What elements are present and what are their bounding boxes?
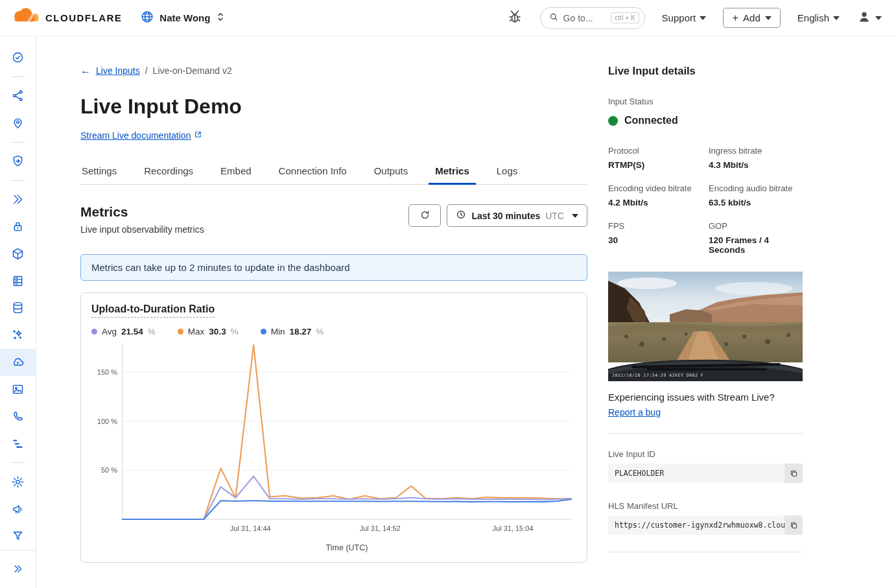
plus-icon: + xyxy=(732,12,738,23)
user-menu[interactable] xyxy=(856,9,882,27)
sidebar-item-database[interactable] xyxy=(0,294,36,322)
caret-down-icon xyxy=(875,16,882,20)
live-preview-thumbnail: 2021/10/20 17:54:29 AIKEY DR02 F xyxy=(608,272,803,381)
detail-ingress-bitrate: Ingress bitrate4.3 Mbit/s xyxy=(709,146,803,170)
tab-connection-info[interactable]: Connection Info xyxy=(277,160,348,184)
copy-icon xyxy=(789,521,799,530)
cloudflare-logo[interactable]: CLOUDFLARE xyxy=(9,6,122,30)
sidebar-item-calls-phone[interactable] xyxy=(0,403,36,430)
cloudflare-wordmark: CLOUDFLARE xyxy=(45,12,122,23)
detail-value: 63.5 kbit/s xyxy=(709,198,803,207)
megaphone-icon xyxy=(11,502,25,516)
language-menu[interactable]: English xyxy=(797,12,840,23)
lock-icon xyxy=(11,220,25,233)
svg-text:150 %: 150 % xyxy=(97,368,117,376)
sidebar-item-server[interactable] xyxy=(0,267,36,294)
udr-chart-svg: 50 %100 %150 %Jul 31, 14:44Jul 31, 14:52… xyxy=(91,336,576,556)
sidebar-item-stream-cloud-play[interactable] xyxy=(0,349,36,376)
tab-outputs[interactable]: Outputs xyxy=(373,160,410,184)
sidebar-item-lock[interactable] xyxy=(0,213,36,240)
metrics-heading: Metrics xyxy=(80,204,204,220)
stream-docs-link[interactable]: Stream Live documentation xyxy=(80,130,191,141)
refresh-button[interactable] xyxy=(408,204,441,227)
support-menu[interactable]: Support xyxy=(662,12,707,23)
breadcrumb-back-link[interactable]: Live Inputs xyxy=(96,65,140,76)
sidebar-item-shield-arrow[interactable] xyxy=(0,148,36,175)
divider xyxy=(608,433,803,434)
detail-value: 120 Frames / 4 Seconds xyxy=(709,235,803,255)
tab-recordings[interactable]: Recordings xyxy=(143,160,195,184)
detail-label: Encoding audio bitrate xyxy=(709,183,803,193)
legend-name: Min xyxy=(271,327,285,336)
globe-icon xyxy=(140,10,154,27)
sidebar-item-speed-chevrons[interactable] xyxy=(0,186,36,213)
clock-icon xyxy=(456,209,466,222)
svg-text:Time (UTC): Time (UTC) xyxy=(326,543,368,552)
breadcrumb-current: Live-on-Demand v2 xyxy=(153,65,232,76)
database-icon xyxy=(11,301,25,314)
ai-sparkles-icon xyxy=(11,328,25,342)
sidebar-divider xyxy=(11,462,25,463)
caret-down-icon xyxy=(700,16,706,20)
sidebar-item-megaphone[interactable] xyxy=(0,495,36,523)
legend-value: 21.54 xyxy=(121,327,143,336)
legend-unit: % xyxy=(148,327,156,336)
legend-item-min[interactable]: Min18.27% xyxy=(261,327,324,336)
search-shortcut-badge: ctrl + K xyxy=(611,12,639,23)
sidebar-collapse-button[interactable] xyxy=(0,559,36,578)
thumbnail-image xyxy=(608,272,803,381)
metrics-subheading: Live input observability metrics xyxy=(80,224,204,235)
detail-label: Ingress bitrate xyxy=(709,146,803,156)
time-zone-label: UTC xyxy=(545,211,564,221)
legend-value: 18.27 xyxy=(289,327,311,336)
legend-unit: % xyxy=(316,327,324,336)
search-icon xyxy=(548,12,559,25)
calls-phone-icon xyxy=(11,410,25,423)
hls-manifest-value: https://customer-igynxd2rwhmuoxw8.cloudf xyxy=(608,515,784,535)
chart-legend: Avg21.54%Max30.3%Min18.27% xyxy=(91,327,576,336)
detail-fps: FPS30 xyxy=(608,221,709,255)
sidebar-item-ai-sparkles[interactable] xyxy=(0,322,36,349)
chart-title: Upload-to-Duration Ratio xyxy=(91,303,215,318)
sidebar-item-cube[interactable] xyxy=(0,240,36,267)
legend-unit: % xyxy=(231,327,239,336)
time-range-label: Last 30 minutes xyxy=(471,211,540,221)
select-updown-icon xyxy=(215,11,226,25)
global-search-input[interactable]: Go to... ctrl + K xyxy=(540,7,645,29)
add-button[interactable]: + Add xyxy=(723,8,781,28)
copy-hls-manifest-button[interactable] xyxy=(784,515,803,535)
sidebar-item-stacked-bars[interactable] xyxy=(0,430,36,457)
tab-embed[interactable]: Embed xyxy=(219,160,253,184)
sidebar-item-location-pin[interactable] xyxy=(0,110,36,137)
back-arrow-icon: ← xyxy=(80,65,91,76)
svg-text:Jul 31, 15:04: Jul 31, 15:04 xyxy=(493,524,534,532)
account-switcher[interactable]: Nate Wong xyxy=(140,10,226,27)
sidebar-item-gear[interactable] xyxy=(0,468,36,495)
tab-metrics[interactable]: Metrics xyxy=(434,160,471,184)
legend-item-avg[interactable]: Avg21.54% xyxy=(91,327,156,336)
external-link-icon xyxy=(194,130,202,141)
live-input-id-field: PLACEHOLDER xyxy=(608,464,803,483)
bug-icon[interactable] xyxy=(506,8,523,28)
legend-item-max[interactable]: Max30.3% xyxy=(178,327,239,336)
person-icon xyxy=(856,9,872,27)
funnel-icon xyxy=(11,529,25,543)
copy-live-input-id-button[interactable] xyxy=(784,464,803,483)
sidebar-item-funnel[interactable] xyxy=(0,523,36,550)
sidebar-item-images[interactable] xyxy=(0,376,36,403)
legend-value: 30.3 xyxy=(209,327,226,336)
sidebar-item-time-check[interactable] xyxy=(0,44,36,71)
detail-value: RTMP(S) xyxy=(608,160,709,170)
sidebar-divider xyxy=(11,142,25,143)
legend-dot xyxy=(178,329,183,335)
report-bug-link[interactable]: Report a bug xyxy=(608,407,661,417)
detail-label: Encoding video bitrate xyxy=(608,183,709,193)
time-range-dropdown[interactable]: Last 30 minutes UTC xyxy=(447,204,587,227)
input-status-label: Input Status xyxy=(608,97,803,106)
tab-settings[interactable]: Settings xyxy=(80,160,118,184)
tab-logs[interactable]: Logs xyxy=(495,160,519,184)
sidebar-item-share-network[interactable] xyxy=(0,82,36,110)
detail-label: Protocol xyxy=(608,146,709,156)
refresh-icon xyxy=(419,209,430,222)
copy-icon xyxy=(789,469,799,478)
